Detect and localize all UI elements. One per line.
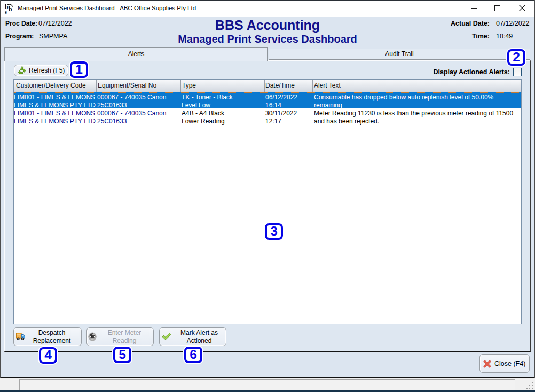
- svg-text:s: s: [5, 9, 7, 14]
- svg-text:b: b: [9, 5, 12, 13]
